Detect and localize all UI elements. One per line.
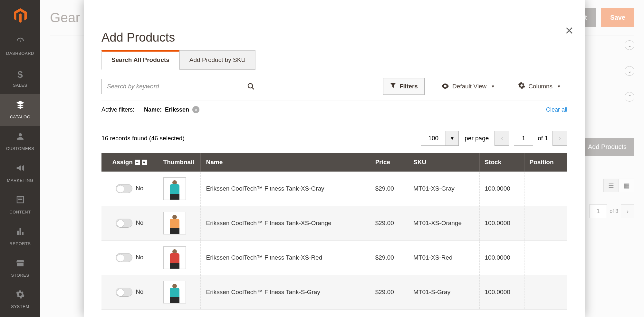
- nav-label: STORES: [11, 273, 29, 278]
- nav-stores[interactable]: STORES: [0, 253, 40, 284]
- cell-name: Erikssen CoolTech™ Fitness Tank-S-Gray: [201, 275, 370, 310]
- per-page-dropdown[interactable]: ▼: [446, 131, 459, 146]
- assign-toggle[interactable]: [116, 184, 132, 193]
- remove-filter-icon[interactable]: ✕: [192, 106, 199, 113]
- nav-megaphone[interactable]: MARKETING: [0, 157, 40, 189]
- nav-label: CONTENT: [9, 210, 31, 215]
- funnel-icon: [390, 82, 396, 91]
- search-box: [101, 79, 259, 94]
- svg-point-0: [248, 84, 253, 88]
- col-position[interactable]: Position: [524, 153, 567, 172]
- chevron-down-icon: ▼: [557, 84, 561, 89]
- nav-person[interactable]: CUSTOMERS: [0, 126, 40, 157]
- dashboard-icon: [15, 36, 25, 49]
- svg-line-1: [252, 87, 254, 89]
- col-thumbnail[interactable]: Thumbnail: [158, 153, 201, 172]
- filters-label: Filters: [399, 83, 418, 90]
- default-view-button[interactable]: Default View ▼: [435, 78, 501, 94]
- nav-reports[interactable]: REPORTS: [0, 221, 40, 253]
- filter-value: Erikssen: [165, 106, 189, 113]
- cell-stock: 100.0000: [479, 241, 524, 275]
- cell-position: [524, 275, 567, 310]
- filter-chip-name: Name: Erikssen ✕: [144, 106, 199, 113]
- sidebar: DASHBOARD$SALESCATALOGCUSTOMERSMARKETING…: [0, 0, 40, 317]
- cell-position: [524, 172, 567, 206]
- filters-button[interactable]: Filters: [383, 78, 425, 95]
- nav-dollar[interactable]: $SALES: [0, 62, 40, 94]
- toolbar-right: Filters Default View ▼ Columns ▼: [383, 78, 567, 95]
- page-nav: ‹ of 1 ›: [495, 131, 567, 146]
- tab-search-products[interactable]: Search All Products: [101, 50, 179, 70]
- cell-name: Erikssen CoolTech™ Fitness Tank-XS-Gray: [201, 172, 370, 206]
- table-row[interactable]: NoErikssen CoolTech™ Fitness Tank-S-Gray…: [101, 275, 567, 310]
- table-row[interactable]: NoErikssen CoolTech™ Fitness Tank-XS-Gra…: [101, 172, 567, 206]
- tab-add-by-sku[interactable]: Add Product by SKU: [179, 50, 255, 70]
- person-icon: [15, 132, 25, 144]
- per-page-control: ▼: [421, 131, 459, 146]
- catalog-icon: [15, 100, 25, 113]
- table-header-row: Assign − ▾ Thumbnail Name Price SKU Stoc…: [101, 153, 567, 172]
- search-icon[interactable]: [247, 83, 255, 92]
- col-price[interactable]: Price: [370, 153, 408, 172]
- product-thumbnail: [163, 246, 186, 269]
- product-thumbnail: [163, 212, 186, 234]
- nav-dashboard[interactable]: DASHBOARD: [0, 31, 40, 62]
- records-found-text: 16 records found (46 selected): [101, 135, 185, 142]
- prev-page-button[interactable]: ‹: [495, 131, 509, 146]
- table-row[interactable]: NoErikssen CoolTech™ Fitness Tank-XS-Ora…: [101, 206, 567, 241]
- col-stock[interactable]: Stock: [479, 153, 524, 172]
- reports-icon: [15, 227, 25, 239]
- nav-system[interactable]: SYSTEM: [0, 284, 40, 315]
- col-name[interactable]: Name: [201, 153, 370, 172]
- nav-label: DASHBOARD: [6, 51, 34, 56]
- stores-icon: [15, 258, 25, 271]
- col-sku[interactable]: SKU: [408, 153, 479, 172]
- cell-name: Erikssen CoolTech™ Fitness Tank-XS-Red: [201, 241, 370, 275]
- product-thumbnail: [163, 281, 186, 303]
- assign-toggle[interactable]: [116, 219, 132, 228]
- page-input[interactable]: [514, 131, 533, 146]
- per-page-label: per page: [465, 135, 489, 142]
- nav-catalog[interactable]: CATALOG: [0, 94, 40, 126]
- dollar-icon: $: [17, 68, 23, 81]
- search-input[interactable]: [101, 79, 259, 94]
- products-table: Assign − ▾ Thumbnail Name Price SKU Stoc…: [101, 153, 567, 310]
- toggle-label: No: [136, 219, 143, 226]
- modal-title: Add Products: [101, 31, 567, 45]
- records-bar: 16 records found (46 selected) ▼ per pag…: [101, 121, 567, 153]
- table-row[interactable]: NoErikssen CoolTech™ Fitness Tank-XS-Red…: [101, 241, 567, 275]
- active-filters-bar: Active filters: Name: Erikssen ✕ Clear a…: [101, 101, 567, 121]
- nav-label: MARKETING: [7, 178, 34, 183]
- nav-partners[interactable]: FIND PARTNERS & EXTENSIONS: [0, 315, 40, 317]
- cell-stock: 100.0000: [479, 172, 524, 206]
- cell-stock: 100.0000: [479, 275, 524, 310]
- cell-price: $29.00: [370, 275, 408, 310]
- modal-toolbar: Filters Default View ▼ Columns ▼: [101, 70, 567, 101]
- content-icon: [15, 195, 25, 207]
- assign-toggle[interactable]: [116, 253, 132, 262]
- col-assign[interactable]: Assign − ▾: [101, 153, 158, 172]
- filter-key: Name:: [144, 106, 162, 113]
- next-page-button[interactable]: ›: [553, 131, 567, 146]
- cell-price: $29.00: [370, 172, 408, 206]
- close-icon[interactable]: ✕: [565, 24, 574, 37]
- assign-label: Assign: [112, 159, 133, 166]
- select-minus-icon[interactable]: −: [135, 160, 140, 165]
- magento-logo[interactable]: [0, 0, 40, 31]
- cell-sku: MT01-XS-Red: [408, 241, 479, 275]
- columns-label: Columns: [528, 83, 553, 90]
- active-filters-label: Active filters:: [101, 106, 134, 113]
- cell-position: [524, 241, 567, 275]
- page-of-label: of 1: [538, 135, 548, 142]
- assign-toggle[interactable]: [116, 288, 132, 297]
- columns-button[interactable]: Columns ▼: [512, 78, 567, 95]
- cell-sku: MT01-XS-Orange: [408, 206, 479, 241]
- nav-label: CATALOG: [10, 114, 31, 120]
- per-page-input[interactable]: [421, 131, 446, 146]
- cell-sku: MT01-S-Gray: [408, 275, 479, 310]
- add-products-modal: ✕ Add Products Search All Products Add P…: [84, 0, 585, 317]
- select-dropdown-icon[interactable]: ▾: [142, 160, 147, 165]
- clear-all-link[interactable]: Clear all: [546, 106, 567, 113]
- nav-content[interactable]: CONTENT: [0, 189, 40, 221]
- default-view-label: Default View: [452, 83, 486, 90]
